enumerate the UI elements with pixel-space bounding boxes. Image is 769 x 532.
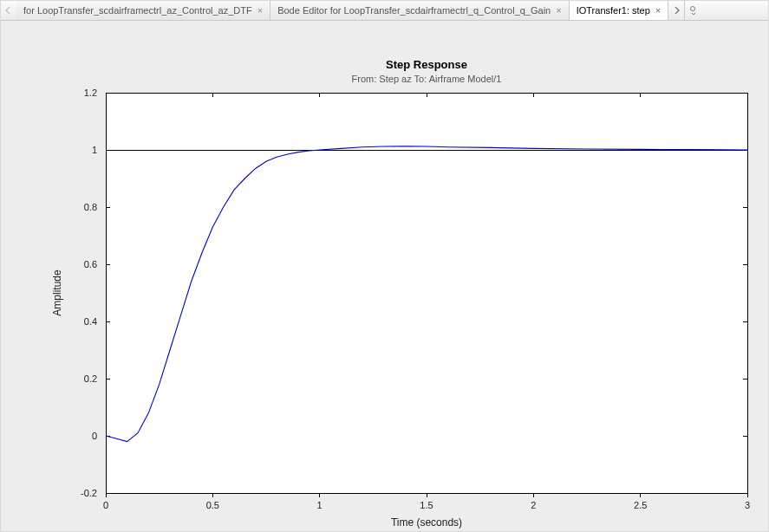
tab-bode-editor-q[interactable]: Bode Editor for LoopTransfer_scdairframe… xyxy=(270,1,570,20)
close-icon[interactable]: × xyxy=(257,6,263,16)
svg-text:Time (seconds): Time (seconds) xyxy=(390,516,461,529)
close-icon[interactable]: × xyxy=(556,6,561,16)
svg-rect-3 xyxy=(106,93,747,493)
tab-label: for LoopTransfer_scdairframectrl_az_Cont… xyxy=(23,5,252,16)
tab-label: IOTransfer1: step xyxy=(577,5,650,16)
tab-bar: for LoopTransfer_scdairframectrl_az_Cont… xyxy=(1,1,768,21)
svg-text:1.5: 1.5 xyxy=(420,500,433,510)
svg-text:2.5: 2.5 xyxy=(634,500,647,510)
chevron-left-icon xyxy=(5,7,12,14)
svg-text:Amplitude: Amplitude xyxy=(51,269,63,316)
tab-looptransfer-az[interactable]: for LoopTransfer_scdairframectrl_az_Cont… xyxy=(16,1,270,20)
tab-scroll-right[interactable] xyxy=(668,1,684,20)
svg-text:-0.2: -0.2 xyxy=(81,488,97,498)
plot-area[interactable]: Step ResponseFrom: Step az To: Airframe … xyxy=(1,21,768,531)
svg-text:0.8: 0.8 xyxy=(83,202,96,212)
svg-text:Step Response: Step Response xyxy=(386,58,467,71)
svg-text:1: 1 xyxy=(91,145,96,155)
svg-text:0: 0 xyxy=(91,431,96,441)
step-response-chart: Step ResponseFrom: Step az To: Airframe … xyxy=(3,22,766,531)
svg-text:1: 1 xyxy=(316,500,322,510)
app-window: for LoopTransfer_scdairframectrl_az_Cont… xyxy=(0,0,769,532)
overflow-icon xyxy=(688,6,699,15)
svg-text:1.2: 1.2 xyxy=(83,88,96,98)
chevron-right-icon xyxy=(673,7,680,14)
tab-label: Bode Editor for LoopTransfer_scdairframe… xyxy=(277,5,551,16)
svg-point-0 xyxy=(691,7,695,11)
tab-scroll-left[interactable] xyxy=(1,1,16,20)
svg-text:0.4: 0.4 xyxy=(83,316,96,327)
svg-text:From: Step az  To: Airframe Mo: From: Step az To: Airframe Model/1 xyxy=(351,74,501,84)
svg-text:0: 0 xyxy=(102,500,108,510)
tab-iotransfer1-step[interactable]: IOTransfer1: step × xyxy=(570,1,669,20)
svg-text:3: 3 xyxy=(744,500,749,510)
svg-text:0.2: 0.2 xyxy=(83,373,96,384)
svg-text:0.5: 0.5 xyxy=(205,500,218,510)
svg-text:0.6: 0.6 xyxy=(83,259,96,269)
tab-overflow-menu[interactable] xyxy=(684,1,702,20)
close-icon[interactable]: × xyxy=(655,6,661,16)
svg-text:2: 2 xyxy=(531,500,536,510)
